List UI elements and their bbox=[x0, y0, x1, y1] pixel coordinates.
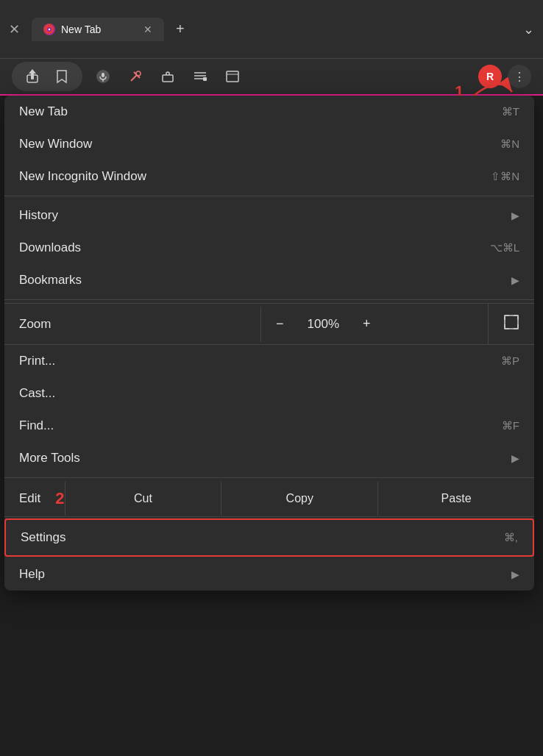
tools-button[interactable] bbox=[124, 65, 147, 88]
history-arrow-icon: ▶ bbox=[511, 210, 519, 221]
print-label: Print... bbox=[19, 354, 501, 368]
svg-rect-17 bbox=[203, 77, 207, 81]
new-tab-shortcut: ⌘T bbox=[502, 105, 519, 118]
new-window-shortcut: ⌘N bbox=[500, 138, 519, 151]
tab-title: New Tab bbox=[61, 24, 101, 35]
reading-list-button[interactable] bbox=[188, 65, 212, 88]
menu-item-find[interactable]: Find... ⌘F bbox=[4, 410, 534, 442]
menu-item-history[interactable]: History ▶ bbox=[4, 199, 534, 232]
zoom-value: 100% bbox=[299, 307, 348, 342]
zoom-in-button[interactable]: + bbox=[348, 306, 386, 342]
active-tab[interactable]: New Tab ✕ bbox=[32, 18, 164, 41]
svg-rect-13 bbox=[163, 75, 173, 82]
annotation-number-2: 2 bbox=[55, 489, 64, 508]
edit-label: Edit bbox=[4, 481, 55, 516]
extensions-button[interactable] bbox=[156, 65, 180, 88]
bookmarks-arrow-icon: ▶ bbox=[511, 274, 519, 286]
browser-chrome: ✕ New Tab ✕ + ⌄ bbox=[0, 0, 543, 59]
zoom-row: Zoom − 100% + bbox=[4, 303, 534, 345]
menu-item-help[interactable]: Help ▶ bbox=[4, 558, 534, 591]
more-tools-label: More Tools bbox=[19, 451, 511, 466]
menu-item-cast[interactable]: Cast... bbox=[4, 377, 534, 410]
find-shortcut: ⌘F bbox=[502, 419, 519, 432]
tab-favicon bbox=[43, 24, 55, 35]
downloads-label: Downloads bbox=[19, 240, 490, 255]
menu-item-new-window[interactable]: New Window ⌘N bbox=[4, 128, 534, 160]
menu-item-downloads[interactable]: Downloads ⌥⌘L bbox=[4, 232, 534, 264]
svg-rect-22 bbox=[505, 315, 518, 329]
print-shortcut: ⌘P bbox=[501, 354, 519, 368]
bookmarks-label: Bookmarks bbox=[19, 273, 511, 288]
window-button[interactable] bbox=[221, 65, 244, 88]
chrome-dropdown-menu: New Tab ⌘T New Window ⌘N New Incognito W… bbox=[4, 96, 534, 591]
settings-shortcut: ⌘, bbox=[504, 531, 518, 544]
svg-point-2 bbox=[49, 28, 50, 29]
zoom-label: Zoom bbox=[4, 307, 261, 342]
toolbar-right: R ⋮ bbox=[478, 65, 531, 88]
tab-dropdown-icon[interactable]: ⌄ bbox=[523, 21, 534, 38]
menu-item-incognito[interactable]: New Incognito Window ⇧⌘N bbox=[4, 160, 534, 193]
svg-line-10 bbox=[131, 75, 137, 81]
svg-rect-8 bbox=[102, 73, 104, 77]
bookmark-button[interactable] bbox=[50, 65, 74, 88]
help-arrow-icon: ▶ bbox=[511, 568, 519, 580]
settings-label: Settings bbox=[21, 530, 504, 545]
incognito-label: New Incognito Window bbox=[19, 169, 491, 184]
fullscreen-button[interactable] bbox=[488, 304, 534, 344]
paste-button[interactable]: Paste bbox=[377, 482, 534, 516]
share-button[interactable] bbox=[21, 65, 44, 88]
copy-button[interactable]: Copy bbox=[221, 482, 377, 516]
menu-dots-icon: ⋮ bbox=[514, 70, 525, 84]
mic-button[interactable] bbox=[91, 65, 115, 88]
cast-label: Cast... bbox=[19, 386, 519, 401]
edit-row: Edit 2 Cut Copy Paste bbox=[4, 481, 534, 517]
toolbar: R ⋮ 1 bbox=[0, 59, 543, 96]
cut-button[interactable]: Cut bbox=[65, 482, 221, 516]
menu-item-new-tab[interactable]: New Tab ⌘T bbox=[4, 96, 534, 128]
new-tab-label: New Tab bbox=[19, 104, 502, 119]
find-label: Find... bbox=[19, 418, 502, 433]
zoom-controls: − 100% + bbox=[261, 306, 488, 342]
menu-item-settings[interactable]: Settings ⌘, bbox=[4, 518, 534, 557]
toolbar-action-group bbox=[12, 62, 82, 91]
downloads-shortcut: ⌥⌘L bbox=[490, 241, 519, 254]
tab-bar: ✕ New Tab ✕ + ⌄ bbox=[9, 18, 534, 41]
svg-rect-18 bbox=[227, 71, 238, 82]
incognito-shortcut: ⇧⌘N bbox=[491, 170, 519, 183]
menu-item-print[interactable]: Print... ⌘P bbox=[4, 345, 534, 377]
more-tools-arrow-icon: ▶ bbox=[511, 452, 519, 464]
window-close-icon[interactable]: ✕ bbox=[9, 21, 20, 38]
menu-divider-1 bbox=[4, 196, 534, 196]
menu-item-bookmarks[interactable]: Bookmarks ▶ bbox=[4, 264, 534, 296]
menu-divider-3 bbox=[4, 477, 534, 478]
menu-item-more-tools[interactable]: More Tools ▶ bbox=[4, 442, 534, 474]
svg-marker-6 bbox=[57, 71, 66, 82]
svg-marker-4 bbox=[29, 69, 36, 74]
tab-close-icon[interactable]: ✕ bbox=[143, 24, 152, 35]
chrome-menu-button[interactable]: ⋮ bbox=[508, 65, 531, 88]
add-tab-button[interactable]: + bbox=[176, 21, 185, 38]
svg-point-12 bbox=[136, 71, 141, 76]
menu-divider-2 bbox=[4, 299, 534, 300]
profile-button[interactable]: R bbox=[478, 65, 502, 88]
new-window-label: New Window bbox=[19, 137, 500, 151]
zoom-out-button[interactable]: − bbox=[261, 306, 299, 342]
help-label: Help bbox=[19, 567, 511, 582]
history-label: History bbox=[19, 208, 511, 223]
